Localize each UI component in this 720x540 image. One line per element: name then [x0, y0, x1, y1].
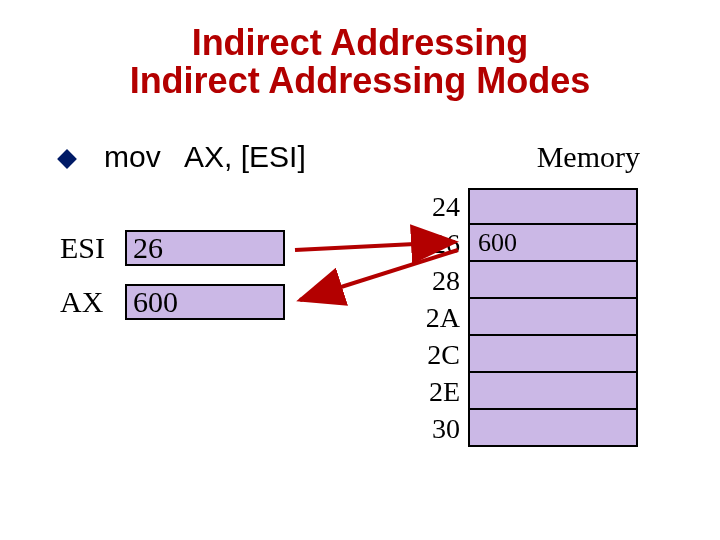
memory-cell [468, 336, 638, 373]
reg-label-ax: AX [60, 285, 115, 319]
memory-row: 28 [410, 262, 638, 299]
memory-table: 24 26 600 28 2A 2C 2E 30 [410, 188, 638, 447]
bullet-diamond-icon [57, 149, 77, 169]
reg-value-ax: 600 [125, 284, 285, 320]
memory-addr: 2A [410, 299, 468, 336]
memory-addr: 24 [410, 188, 468, 225]
bullet-row: mov AX, [ESI] [60, 140, 306, 174]
memory-cell [468, 188, 638, 225]
memory-addr: 2E [410, 373, 468, 410]
register-row-esi: ESI 26 [60, 230, 285, 266]
instruction-text: mov AX, [ESI] [104, 140, 306, 174]
memory-addr: 26 [410, 225, 468, 262]
memory-cell [468, 262, 638, 299]
memory-row: 26 600 [410, 225, 638, 262]
memory-addr: 30 [410, 410, 468, 447]
memory-addr: 28 [410, 262, 468, 299]
memory-addr: 2C [410, 336, 468, 373]
title-line-1: Indirect Addressing [0, 24, 720, 62]
registers-area: ESI 26 AX 600 [60, 230, 285, 338]
slide-title: Indirect Addressing Indirect Addressing … [0, 24, 720, 100]
memory-cell [468, 410, 638, 447]
register-row-ax: AX 600 [60, 284, 285, 320]
memory-row: 24 [410, 188, 638, 225]
reg-label-esi: ESI [60, 231, 115, 265]
title-line-2: Indirect Addressing Modes [0, 62, 720, 100]
memory-heading: Memory [537, 140, 640, 174]
reg-value-esi: 26 [125, 230, 285, 266]
memory-row: 30 [410, 410, 638, 447]
memory-row: 2E [410, 373, 638, 410]
memory-cell: 600 [468, 225, 638, 262]
memory-cell [468, 299, 638, 336]
memory-row: 2C [410, 336, 638, 373]
memory-cell [468, 373, 638, 410]
memory-row: 2A [410, 299, 638, 336]
